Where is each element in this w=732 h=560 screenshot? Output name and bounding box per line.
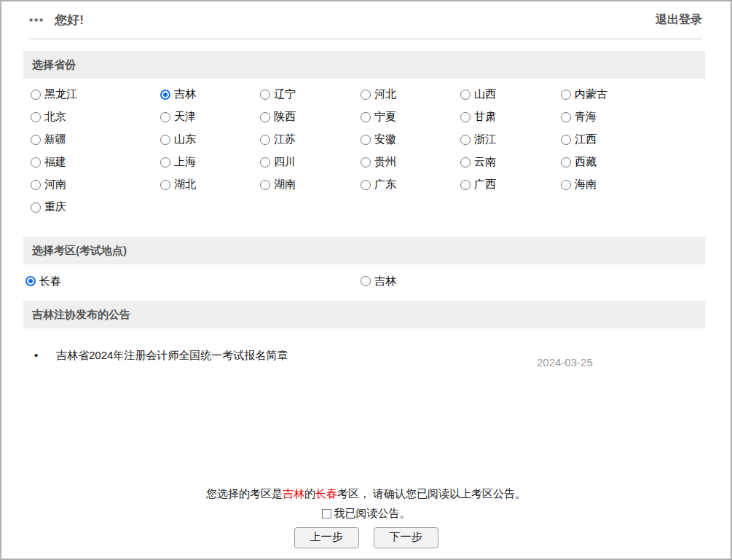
province-option-label: 广西	[474, 178, 496, 192]
province-option[interactable]: 宁夏	[361, 106, 460, 128]
radio-icon	[361, 180, 371, 190]
province-option-label: 吉林	[174, 87, 196, 101]
confirmation-province: 吉林	[283, 487, 304, 500]
province-option-label: 江西	[575, 133, 597, 146]
radio-icon	[260, 135, 270, 145]
province-option-label: 江苏	[274, 133, 296, 146]
province-option[interactable]: 辽宁	[260, 83, 361, 106]
province-option-label: 浙江	[474, 133, 496, 146]
province-option-label: 海南	[575, 178, 597, 192]
read-confirm-checkbox[interactable]: 我已阅读公告。	[322, 507, 411, 521]
confirmation-suffix: 考区， 请确认您已阅读以上考区公告。	[337, 487, 526, 500]
province-option[interactable]: 西藏	[561, 151, 731, 173]
masked-username: ***	[29, 13, 44, 27]
province-option[interactable]: 湖北	[160, 173, 260, 196]
province-option[interactable]: 山西	[460, 83, 561, 106]
province-option-label: 山东	[174, 133, 196, 146]
radio-icon	[561, 90, 571, 100]
province-section-title: 选择省份	[32, 58, 76, 72]
radio-icon	[31, 135, 41, 145]
province-option[interactable]: 湖南	[260, 173, 361, 196]
province-option[interactable]: 安徽	[361, 128, 460, 151]
province-option[interactable]: 浙江	[460, 128, 561, 151]
province-option[interactable]: 青海	[561, 106, 731, 128]
province-section-header: 选择省份	[23, 51, 705, 79]
province-option[interactable]: 甘肃	[460, 106, 561, 128]
province-option[interactable]: 云南	[460, 151, 561, 173]
province-option[interactable]: 广东	[361, 173, 460, 196]
province-option[interactable]: 上海	[160, 151, 260, 173]
province-option[interactable]: 吉林	[160, 83, 260, 106]
exam-area-option-label: 长春	[39, 275, 61, 288]
radio-icon	[460, 90, 471, 100]
province-option[interactable]: 四川	[260, 151, 361, 173]
province-option-label: 河南	[44, 178, 66, 192]
province-option-label: 内蒙古	[575, 87, 607, 101]
radio-icon	[160, 112, 170, 122]
province-option[interactable]: 内蒙古	[561, 83, 731, 106]
province-option-label: 四川	[274, 155, 296, 169]
notice-row: •吉林省2024年注册会计师全国统一考试报名简章2024-03-25	[34, 347, 661, 368]
radio-icon	[160, 135, 170, 145]
province-option-label: 陕西	[274, 110, 296, 124]
province-option[interactable]: 新疆	[31, 128, 160, 151]
radio-icon	[361, 112, 371, 122]
radio-icon	[561, 180, 571, 190]
province-option-label: 辽宁	[274, 87, 296, 101]
radio-icon	[561, 135, 571, 145]
province-option-label: 重庆	[44, 200, 66, 214]
radio-icon	[361, 90, 371, 100]
confirmation-text: 您选择的考区是吉林的长春考区， 请确认您已阅读以上考区公告。	[1, 487, 731, 501]
province-radio-group: 黑龙江吉林辽宁河北山西内蒙古北京天津陕西宁夏甘肃青海新疆山东江苏安徽浙江江西福建…	[31, 83, 731, 218]
radio-icon	[361, 135, 371, 145]
province-option[interactable]: 贵州	[361, 151, 460, 173]
province-option[interactable]: 天津	[160, 106, 260, 128]
radio-icon	[361, 276, 371, 286]
user-greeting: *** 您好!	[29, 12, 84, 28]
province-option-label: 云南	[474, 155, 496, 169]
province-option[interactable]: 山东	[160, 128, 260, 151]
province-option-label: 青海	[575, 110, 597, 124]
notice-list: •吉林省2024年注册会计师全国统一考试报名简章2024-03-25	[34, 347, 661, 368]
notice-section-title: 吉林注协发布的公告	[32, 308, 130, 322]
radio-selected-icon	[25, 276, 36, 286]
confirmation-city: 长春	[315, 487, 337, 500]
province-option[interactable]: 江西	[561, 128, 731, 151]
radio-icon	[31, 157, 41, 167]
province-option-label: 湖北	[174, 178, 196, 192]
radio-icon	[260, 112, 270, 122]
province-option[interactable]: 河北	[361, 83, 460, 106]
province-option-label: 西藏	[575, 155, 597, 169]
checkbox-icon	[322, 509, 331, 518]
province-option[interactable]: 河南	[31, 173, 160, 196]
province-option[interactable]: 重庆	[31, 196, 160, 218]
radio-icon	[561, 112, 571, 122]
province-option[interactable]: 广西	[460, 173, 561, 196]
province-option-label: 北京	[44, 110, 66, 124]
radio-icon	[31, 112, 41, 122]
province-option[interactable]: 陕西	[260, 106, 361, 128]
confirmation-middle: 的	[304, 487, 315, 500]
previous-step-button[interactable]: 上一步	[294, 527, 359, 548]
province-option-label: 上海	[174, 155, 196, 169]
province-option[interactable]: 福建	[31, 151, 160, 173]
next-step-button[interactable]: 下一步	[374, 527, 438, 548]
province-option-label: 贵州	[374, 155, 396, 169]
bullet-icon: •	[34, 347, 56, 361]
radio-icon	[31, 202, 41, 213]
logout-link[interactable]: 退出登录	[656, 12, 702, 28]
province-option[interactable]: 北京	[31, 106, 160, 128]
radio-icon	[460, 157, 471, 167]
province-option-label: 广东	[374, 178, 396, 192]
exam-area-option[interactable]: 吉林	[361, 270, 731, 292]
province-option[interactable]: 海南	[561, 173, 731, 196]
province-option-label: 新疆	[44, 133, 66, 146]
province-option-label: 甘肃	[474, 110, 496, 124]
radio-icon	[460, 135, 471, 145]
province-option[interactable]: 江苏	[260, 128, 361, 151]
registration-page: *** 您好! 退出登录 选择省份 黑龙江吉林辽宁河北山西内蒙古北京天津陕西宁夏…	[0, 0, 732, 560]
notice-title-link[interactable]: 吉林省2024年注册会计师全国统一考试报名简章	[56, 347, 537, 363]
radio-icon	[460, 112, 471, 122]
exam-area-option[interactable]: 长春	[25, 270, 361, 292]
province-option[interactable]: 黑龙江	[31, 83, 160, 106]
